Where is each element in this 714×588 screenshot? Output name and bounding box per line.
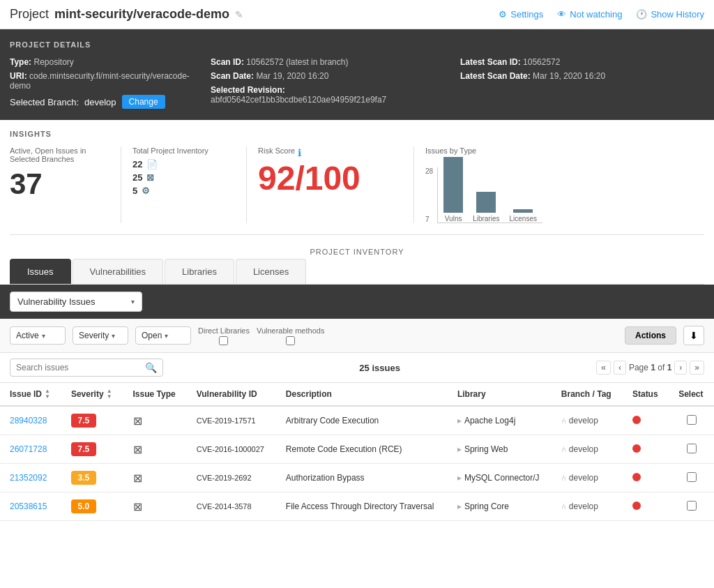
risk-info: Risk Score ℹ [258, 146, 402, 159]
latest-scan-id-item: Latest Scan ID: 10562572 [460, 57, 704, 67]
chart-bars: Vulns Libraries Licenses [437, 167, 542, 223]
select-checkbox-1[interactable] [687, 444, 697, 453]
th-issue-id-label: Issue ID [10, 389, 42, 399]
risk-info-icon[interactable]: ℹ [298, 147, 301, 158]
th-status-label: Status [632, 389, 658, 399]
watching-icon: 👁 [557, 9, 566, 20]
bar-licenses: Licenses [509, 209, 536, 223]
inventory-row-0: 22 📄 [132, 159, 235, 169]
cell-issue-id-3: 20538615 [0, 492, 61, 521]
th-issue-id[interactable]: Issue ID ▲▼ [0, 383, 61, 406]
bar-licenses-bar [513, 209, 533, 213]
tab-issues[interactable]: Issues [10, 259, 71, 284]
th-status: Status [623, 383, 669, 406]
download-button[interactable]: ⬇ [683, 326, 704, 345]
table-header-row: Issue ID ▲▼ Severity ▲▼ Issue Type Vulne… [0, 383, 714, 406]
issue-id-link-3[interactable]: 20538615 [10, 502, 47, 511]
actions-button[interactable]: Actions [625, 326, 676, 345]
vuln-type-icon-1: ⊠ [133, 444, 142, 455]
issue-id-sort-icon: ▲▼ [45, 389, 50, 400]
active-issues-count: 37 [10, 167, 109, 201]
cell-select-1 [669, 435, 714, 464]
chart-y-label-7: 7 [425, 216, 433, 223]
settings-label: Settings [510, 9, 543, 20]
history-link[interactable]: 🕐 Show History [636, 9, 704, 20]
library-value-3: Spring Core [464, 502, 509, 511]
cell-branch-2: ⑃ develop [552, 464, 623, 492]
direct-libraries-label: Direct Libraries [198, 326, 250, 335]
issues-table: Issue ID ▲▼ Severity ▲▼ Issue Type Vulne… [0, 383, 714, 521]
edit-icon[interactable]: ✎ [235, 9, 243, 20]
tab-licenses[interactable]: Licenses [236, 259, 306, 284]
tab-vulnerabilities[interactable]: Vulnerabilities [73, 259, 163, 284]
status-dot-0 [632, 416, 641, 424]
issue-id-link-0[interactable]: 28940328 [10, 416, 47, 425]
th-library: Library [448, 383, 552, 406]
chart-y-axis: 28 7 [425, 167, 433, 223]
project-details-title: PROJECT DETAILS [10, 40, 704, 49]
th-select: Select [669, 383, 714, 406]
tabs: Issues Vulnerabilities Libraries License… [10, 259, 704, 284]
library-cell-3: ▸ Spring Core [457, 502, 542, 511]
page-prev-button[interactable]: ‹ [614, 361, 626, 375]
severity-badge-2: 3.5 [71, 471, 96, 485]
risk-label: Risk Score [258, 146, 295, 155]
cell-vuln-id-3: CVE-2014-3578 [187, 492, 276, 521]
cell-library-2: ▸ MySQL Connector/J [448, 464, 552, 492]
bar-vulns: Vulns [443, 157, 463, 223]
select-checkbox-3[interactable] [687, 501, 697, 511]
th-issue-type: Issue Type [123, 383, 187, 406]
history-label: Show History [651, 9, 704, 20]
issues-count: 25 issues [359, 363, 400, 373]
issue-id-link-2[interactable]: 21352092 [10, 473, 47, 483]
select-checkbox-0[interactable] [687, 415, 697, 425]
page-next-button[interactable]: › [674, 361, 687, 375]
status-dot-3 [632, 502, 641, 510]
tab-libraries[interactable]: Libraries [165, 259, 234, 284]
watching-link[interactable]: 👁 Not watching [557, 9, 622, 20]
severity-sort-icon: ▲▼ [107, 389, 112, 400]
vuln-type-icon-2: ⊠ [133, 472, 142, 484]
select-checkbox-2[interactable] [687, 472, 697, 482]
status-filter-label: Active [16, 331, 39, 340]
search-row: 🔍 25 issues « ‹ Page 1 of 1 › » [0, 353, 714, 383]
cell-library-3: ▸ Spring Core [448, 492, 552, 521]
page-first-button[interactable]: « [596, 361, 611, 375]
page-last-button[interactable]: » [690, 361, 704, 375]
risk-score-box: Risk Score ℹ 92/100 [247, 146, 414, 223]
watching-label: Not watching [570, 9, 622, 20]
change-branch-button[interactable]: Change [122, 95, 165, 109]
type-item: Type: Repository [10, 57, 205, 67]
bar-vulns-label: Vulns [445, 215, 462, 223]
status-filter[interactable]: Active ▾ [10, 326, 66, 345]
cell-severity-0: 7.5 [61, 406, 123, 435]
issue-id-link-1[interactable]: 26071728 [10, 444, 47, 454]
branch-label: Selected Branch: [10, 97, 79, 107]
latest-scan-date-item: Latest Scan Date: Mar 19, 2020 16:20 [460, 71, 704, 81]
cell-issue-id-0: 28940328 [0, 406, 61, 435]
description-value-0: Arbitrary Code Execution [286, 416, 379, 425]
cell-description-0: Arbitrary Code Execution [276, 406, 448, 435]
table-row: 28940328 7.5 ⊠ CVE-2019-17571 Arbitrary … [0, 406, 714, 435]
table-row: 21352092 3.5 ⊠ CVE-2019-2692 Authorizati… [0, 464, 714, 492]
vuln-type-icon-0: ⊠ [133, 415, 142, 427]
severity-filter[interactable]: Severity ▾ [73, 326, 128, 345]
th-severity[interactable]: Severity ▲▼ [61, 383, 123, 406]
cell-severity-2: 3.5 [61, 464, 123, 492]
search-input[interactable] [16, 363, 145, 372]
cell-select-2 [669, 464, 714, 492]
cell-library-0: ▸ Apache Log4j [448, 406, 552, 435]
issue-type-select[interactable]: Vulnerability Issues ▾ [10, 292, 142, 312]
cell-vuln-id-2: CVE-2019-2692 [187, 464, 276, 492]
bar-vulns-bar [443, 157, 463, 213]
pagination: « ‹ Page 1 of 1 › » [596, 361, 704, 375]
vulnerable-methods-checkbox[interactable] [286, 336, 295, 345]
search-icon: 🔍 [145, 362, 157, 373]
settings-link[interactable]: ⚙ Settings [499, 9, 543, 20]
cell-select-3 [669, 492, 714, 521]
cell-branch-0: ⑃ develop [552, 406, 623, 435]
direct-libraries-checkbox[interactable] [219, 336, 228, 345]
open-filter[interactable]: Open ▾ [135, 326, 191, 345]
branch-icon-1: ⑃ [561, 444, 566, 454]
issue-type-label: Vulnerability Issues [17, 296, 96, 307]
